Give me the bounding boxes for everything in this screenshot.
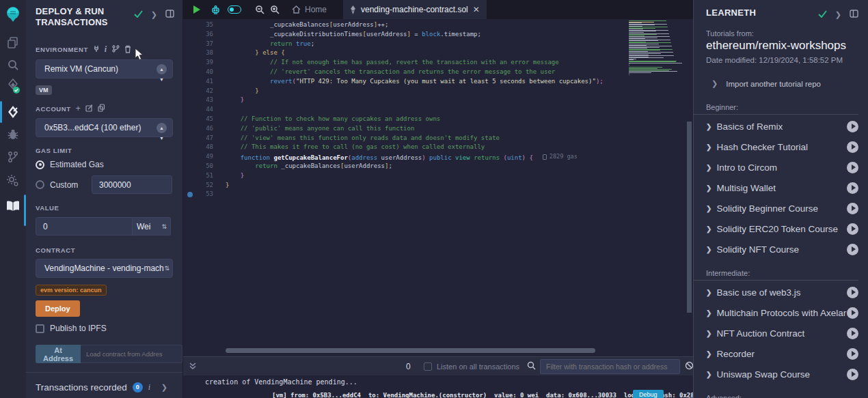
plugin-manager-icon[interactable] xyxy=(0,147,26,167)
code-line-46[interactable]: 46 // 'public' means anyone can call thi… xyxy=(183,124,693,134)
deploy-button[interactable]: Deploy xyxy=(36,300,80,317)
publish-ipfs-checkbox[interactable] xyxy=(36,324,44,333)
plug-icon[interactable] xyxy=(93,45,100,54)
play-tutorial-button[interactable] xyxy=(847,203,858,214)
run-script-icon[interactable] xyxy=(193,5,201,14)
chevron-right-icon[interactable]: ❯ xyxy=(151,10,157,19)
play-tutorial-button[interactable] xyxy=(847,348,858,360)
zoom-in-icon[interactable] xyxy=(270,5,280,14)
code-line-51[interactable]: 51 } xyxy=(183,171,693,181)
account-select[interactable]: 0x5B3...eddC4 (100 ether) ▲▼ xyxy=(36,118,173,137)
play-tutorial-button[interactable] xyxy=(847,162,858,173)
value-input[interactable] xyxy=(36,217,133,236)
code-line-47[interactable]: 47 // 'view' means this function only re… xyxy=(183,134,693,143)
chevron-right-icon[interactable]: ❯ xyxy=(835,10,841,19)
play-tutorial-button[interactable] xyxy=(847,223,858,235)
trash-icon[interactable] xyxy=(124,45,131,55)
zoom-out-icon[interactable] xyxy=(255,5,265,14)
fork-icon[interactable] xyxy=(112,45,120,54)
panel-layout-icon[interactable] xyxy=(165,8,174,20)
code-line-41[interactable]: 41 revert("HTTP 429: Too Many Cupcakes (… xyxy=(183,77,693,87)
custom-gas-radio[interactable] xyxy=(36,180,44,189)
import-repo-toggle[interactable]: ❯ Import another tutorial repo xyxy=(694,64,868,88)
learneth-icon[interactable] xyxy=(0,196,26,216)
remix-logo[interactable] xyxy=(0,4,26,25)
tutorial-item[interactable]: ❯Intro to Circom xyxy=(694,157,868,177)
code-line-53[interactable]: 53 xyxy=(183,190,693,199)
file-tab[interactable]: vending-machine-contract.sol ✕ xyxy=(343,0,487,19)
copilot-toggle[interactable] xyxy=(228,5,241,14)
deploy-run-icon[interactable] xyxy=(0,102,26,122)
ai-assistant-icon[interactable] xyxy=(211,5,221,15)
minimap[interactable] xyxy=(629,20,685,76)
at-address-input[interactable] xyxy=(81,345,182,363)
code-line-36[interactable]: 36 _cupcakeDistributionTimes[userAddress… xyxy=(183,30,693,40)
debug-button[interactable]: Debug xyxy=(633,390,664,398)
tutorial-item[interactable]: ❯Uniswap Swap Course xyxy=(694,364,868,384)
tutorial-item[interactable]: ❯Solidity ERC20 Token Course xyxy=(694,218,868,239)
code-line-44[interactable]: 44 xyxy=(183,105,693,115)
solidity-compiler-icon[interactable] xyxy=(0,76,26,97)
play-tutorial-button[interactable] xyxy=(847,121,858,132)
terminal-bar: 0 Listen on all transactions xyxy=(183,356,693,375)
play-tutorial-button[interactable] xyxy=(847,141,858,153)
play-tutorial-button[interactable] xyxy=(847,328,858,339)
line-number: 36 xyxy=(183,30,213,40)
home-tab[interactable]: Home xyxy=(292,5,327,14)
code-line-35[interactable]: 35 _cupcakeBalances[userAddress]++; xyxy=(183,20,693,30)
edit-icon[interactable] xyxy=(85,104,93,113)
search-icon[interactable] xyxy=(0,55,26,75)
code-line-40[interactable]: 40 // 'revert' cancels the transaction a… xyxy=(183,68,693,77)
environment-select[interactable]: Remix VM (Cancun) ▲▼ xyxy=(36,59,173,79)
code-line-48[interactable]: 48 // This makes it free to call (no gas… xyxy=(183,143,693,152)
vertical-scrollbar[interactable] xyxy=(686,19,692,356)
estimated-gas-radio[interactable] xyxy=(36,160,44,169)
code-line-39[interactable]: 39 // If not enough time has passed, rev… xyxy=(183,58,693,68)
info-icon[interactable]: i xyxy=(105,44,107,55)
tutorial-item[interactable]: ❯NFT Auction Contract xyxy=(694,323,868,343)
play-tutorial-button[interactable] xyxy=(847,182,858,194)
play-tutorial-button[interactable] xyxy=(847,307,858,319)
play-tutorial-button[interactable] xyxy=(847,244,858,255)
code-text: // 'public' means anyone can call this f… xyxy=(226,124,414,134)
chevron-right-icon[interactable]: ❯ xyxy=(161,383,167,392)
expand-terminal-icon[interactable] xyxy=(189,360,197,373)
contract-select[interactable]: VendingMachine - vending-machin ⇅ xyxy=(36,259,173,278)
close-icon[interactable]: ✕ xyxy=(473,5,480,14)
play-tutorial-button[interactable] xyxy=(847,287,858,298)
code-line-49[interactable]: 49 function getCupcakeBalanceFor(address… xyxy=(183,152,693,162)
file-explorer-icon[interactable] xyxy=(0,32,26,53)
plus-icon[interactable]: + xyxy=(76,104,81,113)
at-address-button[interactable]: At Address xyxy=(36,345,81,363)
code-line-45[interactable]: 45 // Function to check how many cupcake… xyxy=(183,115,693,124)
transactions-recorded-row[interactable]: Transactions recorded 0 i ❯ xyxy=(26,373,182,398)
tutorial-item[interactable]: ❯Basics of Remix xyxy=(694,116,868,137)
panel-layout-icon[interactable] xyxy=(850,8,858,20)
code-line-38[interactable]: 38 } else { xyxy=(183,48,693,58)
listen-checkbox[interactable] xyxy=(424,363,432,371)
debugger-icon[interactable] xyxy=(0,124,26,145)
tutorial-item[interactable]: ❯Hash Checker Tutorial xyxy=(694,137,868,157)
date-modified: Date modified: 12/19/2024, 1:58:52 PM xyxy=(694,54,868,64)
tutorial-item[interactable]: ❯Multisig Wallet xyxy=(694,177,868,198)
tutorial-item[interactable]: ❯Basic use of web3.js xyxy=(694,282,868,302)
code-line-50[interactable]: 50 return _cupcakeBalances[userAddress]; xyxy=(183,162,693,171)
play-tutorial-button[interactable] xyxy=(847,369,858,380)
custom-gas-input[interactable] xyxy=(92,175,172,194)
tutorial-item[interactable]: ❯Recorder xyxy=(694,343,868,364)
code-editor[interactable]: 35 _cupcakeBalances[userAddress]++;36 _c… xyxy=(183,19,693,356)
code-line-43[interactable]: 43 } xyxy=(183,96,693,105)
gas-estimate-widget[interactable]: 2829 gas xyxy=(543,152,578,162)
horizontal-scrollbar[interactable] xyxy=(226,348,595,353)
tutorial-item[interactable]: ❯Solidity Beginner Course xyxy=(694,198,868,218)
info-icon[interactable]: i xyxy=(148,382,150,393)
settings-icon[interactable] xyxy=(0,171,26,191)
value-unit-select[interactable]: Wei ⇅ xyxy=(133,217,171,236)
code-line-42[interactable]: 42 } xyxy=(183,87,693,96)
code-line-52[interactable]: 52} xyxy=(183,181,693,190)
filter-input[interactable] xyxy=(540,359,680,374)
tutorial-item[interactable]: ❯Solidity NFT Course xyxy=(694,239,868,259)
copy-icon[interactable] xyxy=(98,104,105,113)
code-line-37[interactable]: 37 return true; xyxy=(183,40,693,49)
tutorial-item[interactable]: ❯Multichain Protocols with Axelar xyxy=(694,302,868,323)
